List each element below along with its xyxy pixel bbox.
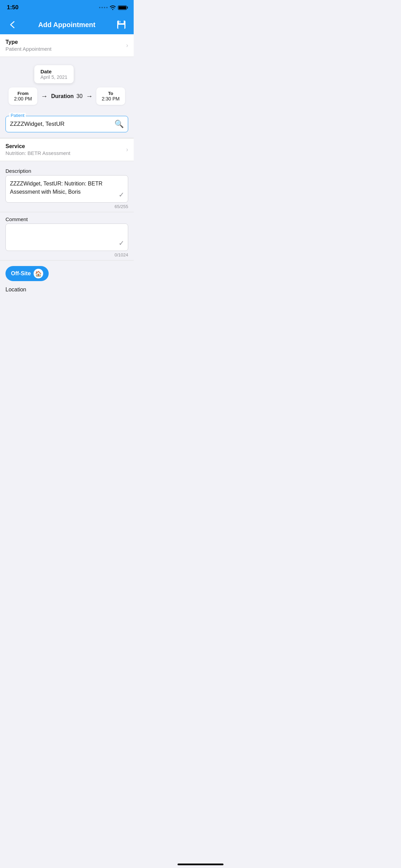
service-row[interactable]: Service Nutrition: BETR Assessment › xyxy=(0,138,134,161)
location-row: Location xyxy=(0,284,134,293)
arrow-left: → xyxy=(41,92,48,100)
description-section: Description ZZZZWidget, TestUR: Nutritio… xyxy=(0,164,134,212)
from-box[interactable]: From 2:00 PM xyxy=(9,87,37,105)
patient-row: ZZZZWidget, TestUR 🔍 xyxy=(10,120,124,129)
location-label: Location xyxy=(5,287,26,292)
duration-label: Duration xyxy=(51,93,74,99)
type-chevron: › xyxy=(126,42,128,49)
datetime-section: Date April 5, 2021 From 2:00 PM → Durati… xyxy=(0,60,134,110)
offsite-label: Off-Site xyxy=(11,270,31,277)
svg-rect-3 xyxy=(120,21,120,23)
type-field: Type Patient Appointment xyxy=(5,39,51,52)
form-content: Type Patient Appointment › Date April 5,… xyxy=(0,34,134,306)
save-button[interactable] xyxy=(114,18,128,32)
home-icon: 🏠 xyxy=(35,270,42,277)
patient-value: ZZZZWidget, TestUR xyxy=(10,121,64,128)
description-check-icon: ✓ xyxy=(119,191,124,199)
back-button[interactable] xyxy=(5,18,19,32)
signal-icon xyxy=(99,7,108,8)
save-icon xyxy=(117,20,126,29)
type-section: Type Patient Appointment › xyxy=(0,34,134,57)
comment-section: Comment ✓ 0/1024 xyxy=(0,212,134,260)
type-row[interactable]: Type Patient Appointment › xyxy=(0,34,134,57)
patient-legend: Patient xyxy=(9,113,26,118)
arrow-right: → xyxy=(86,92,93,100)
service-field: Service Nutrition: BETR Assessment xyxy=(5,143,70,156)
duration-group[interactable]: Duration 30 xyxy=(51,93,83,99)
spacer-1 xyxy=(0,57,134,60)
comment-container[interactable]: ✓ xyxy=(5,224,128,251)
patient-section: Patient ZZZZWidget, TestUR 🔍 xyxy=(0,110,134,132)
time-row: From 2:00 PM → Duration 30 → To 2:30 PM xyxy=(0,83,134,110)
offsite-section: Off-Site 🏠 xyxy=(0,261,134,284)
description-label: Description xyxy=(0,164,134,175)
offsite-toggle[interactable]: Off-Site 🏠 xyxy=(5,266,49,281)
status-time: 1:50 xyxy=(7,4,19,11)
status-icons xyxy=(99,5,127,10)
to-label: To xyxy=(102,91,120,96)
to-box[interactable]: To 2:30 PM xyxy=(96,87,125,105)
spacer-2 xyxy=(0,161,134,164)
from-value: 2:00 PM xyxy=(14,96,32,101)
description-text: ZZZZWidget, TestUR: Nutrition: BETR Asse… xyxy=(10,180,124,196)
service-label: Service xyxy=(5,143,70,149)
patient-search-icon[interactable]: 🔍 xyxy=(114,120,124,129)
description-char-count: 65/255 xyxy=(0,203,134,212)
service-chevron: › xyxy=(126,146,128,153)
date-tooltip[interactable]: Date April 5, 2021 xyxy=(0,60,134,83)
type-value: Patient Appointment xyxy=(5,46,51,52)
date-label: Date xyxy=(40,69,68,74)
description-container[interactable]: ZZZZWidget, TestUR: Nutrition: BETR Asse… xyxy=(5,175,128,203)
page-title: Add Appointment xyxy=(38,21,95,29)
nav-bar: Add Appointment xyxy=(0,15,134,34)
svg-rect-2 xyxy=(118,25,124,29)
home-badge: 🏠 xyxy=(34,269,43,278)
comment-label: Comment xyxy=(0,212,134,224)
battery-icon xyxy=(118,5,127,10)
duration-value: 30 xyxy=(76,93,83,99)
comment-char-count: 0/1024 xyxy=(0,251,134,260)
comment-check-icon: ✓ xyxy=(119,239,124,247)
wifi-icon xyxy=(110,5,116,10)
to-value: 2:30 PM xyxy=(102,96,120,101)
date-value: April 5, 2021 xyxy=(40,74,68,80)
status-bar: 1:50 xyxy=(0,0,134,15)
type-label: Type xyxy=(5,39,51,45)
service-value: Nutrition: BETR Assessment xyxy=(5,150,70,156)
from-label: From xyxy=(14,91,32,96)
patient-container[interactable]: Patient ZZZZWidget, TestUR 🔍 xyxy=(5,116,128,132)
